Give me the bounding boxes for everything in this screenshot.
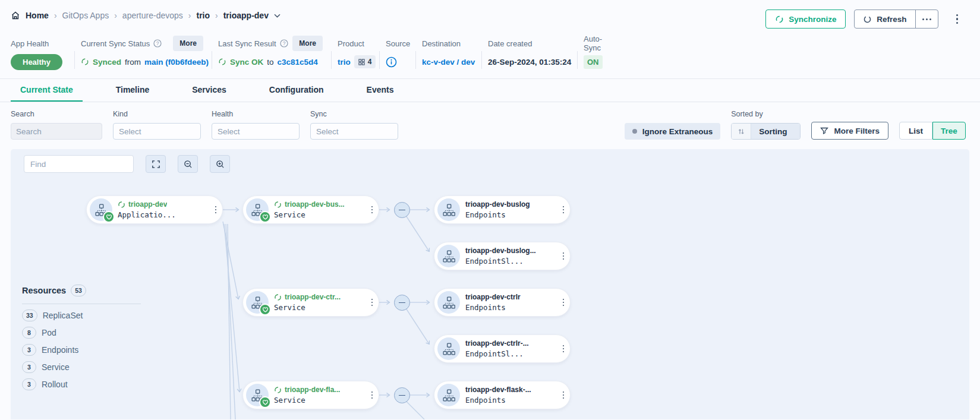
tree-node[interactable]: trioapp-dev-ctr... Service xyxy=(242,288,379,317)
node-menu-kebab-icon[interactable] xyxy=(557,242,570,270)
workload-icon xyxy=(437,291,460,314)
health-select[interactable]: Select xyxy=(212,123,300,140)
page-menu-kebab-icon[interactable] xyxy=(956,14,958,24)
breadcrumb-item[interactable]: › GitOps Apps xyxy=(54,11,109,20)
current-sync-more-button[interactable]: More xyxy=(173,36,203,51)
sync-revision-link[interactable]: main (f0b6fdeeb) xyxy=(144,58,209,67)
workload-icon xyxy=(437,384,460,406)
sorting-select[interactable]: Sorting xyxy=(731,123,801,140)
node-name: trioapp-dev-buslog xyxy=(465,200,530,209)
workload-icon xyxy=(246,291,269,314)
resource-kind-item[interactable]: 33 ReplicaSet xyxy=(22,310,141,321)
resource-tree-canvas: trioapp-dev Applicatio... xyxy=(11,149,969,419)
source-info-icon[interactable] xyxy=(386,56,397,68)
breadcrumb-separator: › xyxy=(114,11,117,20)
node-kind: Endpoints xyxy=(465,303,557,312)
svg-text:?: ? xyxy=(282,40,285,46)
collapse-node-button[interactable] xyxy=(394,202,410,218)
header-actions: Synchronize Refresh xyxy=(765,10,958,29)
breadcrumb-separator: › xyxy=(54,11,57,20)
kind-filter: Kind Select xyxy=(113,110,201,140)
sync-select[interactable]: Select xyxy=(310,123,398,140)
tree-node[interactable]: trioapp-dev-flask-... Endpoints xyxy=(434,381,571,409)
resource-kind-item[interactable]: 3 Rollout xyxy=(22,378,141,390)
tab[interactable]: Services xyxy=(182,79,236,102)
breadcrumb-item[interactable]: Home xyxy=(11,11,49,20)
tree-node[interactable]: trioapp-dev-bus... Service xyxy=(242,195,379,224)
breadcrumb-item[interactable]: › aperture-devops xyxy=(114,11,183,20)
last-sync-column: Last Sync Result ? More Sync OK to c3c81… xyxy=(212,36,331,70)
home-icon xyxy=(11,11,20,20)
refresh-button[interactable]: Refresh xyxy=(855,10,915,28)
resource-kind-item[interactable]: 8 Pod xyxy=(22,327,141,339)
breadcrumb: Home › GitOps Apps › aperture-devops xyxy=(11,11,281,20)
breadcrumb-item[interactable]: › trio xyxy=(188,11,210,20)
last-sync-more-button[interactable]: More xyxy=(292,36,323,51)
node-kind: Service xyxy=(274,210,365,219)
node-menu-kebab-icon[interactable] xyxy=(209,196,222,223)
tab[interactable]: Configuration xyxy=(260,79,333,102)
tab[interactable]: Current State xyxy=(11,79,83,102)
zoom-out-button[interactable] xyxy=(178,155,198,173)
collapse-node-button[interactable] xyxy=(394,295,410,311)
health-label: Health xyxy=(212,110,300,118)
zoom-in-button[interactable] xyxy=(210,155,230,173)
refresh-more-options-button[interactable] xyxy=(915,10,938,28)
ignore-extraneous-button[interactable]: Ignore Extraneous xyxy=(625,123,721,140)
collapse-node-button[interactable] xyxy=(394,387,410,403)
product-link[interactable]: trio xyxy=(338,58,351,67)
list-view-button[interactable]: List xyxy=(899,122,932,140)
tab[interactable]: Timeline xyxy=(106,79,159,102)
tree-view-button[interactable]: Tree xyxy=(932,122,966,140)
node-menu-kebab-icon[interactable] xyxy=(557,335,570,362)
sync-status-icon xyxy=(218,58,226,66)
find-input[interactable] xyxy=(30,160,136,169)
node-kind: Endpoints xyxy=(465,396,557,405)
node-menu-kebab-icon[interactable] xyxy=(557,289,570,316)
sync-icon xyxy=(775,15,784,24)
canvas-toolbar xyxy=(24,155,230,173)
sync-status-icon xyxy=(274,293,282,301)
grid-icon xyxy=(358,59,365,65)
auto-sync-status-badge: ON xyxy=(584,55,603,69)
node-name: trioapp-dev-ctrlr-... xyxy=(465,339,529,348)
tree-node[interactable]: trioapp-dev Applicatio... xyxy=(86,195,223,224)
sync-connector-text: from xyxy=(125,58,141,67)
fullscreen-icon xyxy=(152,160,160,169)
tree-node[interactable]: trioapp-dev-fla... Service xyxy=(242,381,379,409)
resource-kind-item[interactable]: 3 Service xyxy=(22,361,141,373)
node-menu-kebab-icon[interactable] xyxy=(365,196,379,223)
product-count-badge[interactable]: 4 xyxy=(354,55,376,68)
kind-select[interactable]: Select xyxy=(113,123,201,140)
resource-kind-label: Pod xyxy=(42,328,56,337)
node-kind: EndpointSl... xyxy=(465,349,557,358)
tree-node[interactable]: trioapp-dev-buslog Endpoints xyxy=(434,195,571,224)
tree-node[interactable]: trioapp-dev-ctrlr-... EndpointSl... xyxy=(434,334,571,363)
healthy-heart-badge xyxy=(259,396,271,408)
breadcrumb-item[interactable]: › trioapp-dev xyxy=(215,11,281,20)
tab[interactable]: Events xyxy=(357,79,404,102)
auto-sync-label: Auto-Sync xyxy=(584,34,613,52)
tree-node[interactable]: trioapp-dev-ctrlr Endpoints xyxy=(434,288,571,317)
sync-filter: Sync Select xyxy=(310,110,398,140)
search-input[interactable] xyxy=(11,124,102,139)
fit-view-button[interactable] xyxy=(146,155,166,173)
node-menu-kebab-icon[interactable] xyxy=(365,289,379,316)
resource-kind-label: Rollout xyxy=(42,380,68,389)
synchronize-button[interactable]: Synchronize xyxy=(765,10,846,29)
node-kind: Service xyxy=(274,303,365,312)
destination-link[interactable]: kc-v-dev / dev xyxy=(422,58,475,67)
workload-icon xyxy=(437,245,460,267)
search-label: Search xyxy=(11,110,102,118)
node-menu-kebab-icon[interactable] xyxy=(557,381,570,409)
tree-node[interactable]: trioapp-dev-buslog... EndpointSl... xyxy=(434,242,571,270)
sync-status-icon xyxy=(274,386,282,394)
last-sync-revision-link[interactable]: c3c81c5d4 xyxy=(278,58,318,67)
resource-kind-item[interactable]: 3 Endpoints xyxy=(22,344,141,356)
resource-count-badge: 33 xyxy=(22,310,37,321)
node-menu-kebab-icon[interactable] xyxy=(365,381,379,409)
more-filters-button[interactable]: More Filters xyxy=(811,122,888,140)
node-menu-kebab-icon[interactable] xyxy=(557,196,570,223)
healthy-heart-badge xyxy=(259,211,271,223)
resource-count-badge: 3 xyxy=(22,361,36,373)
